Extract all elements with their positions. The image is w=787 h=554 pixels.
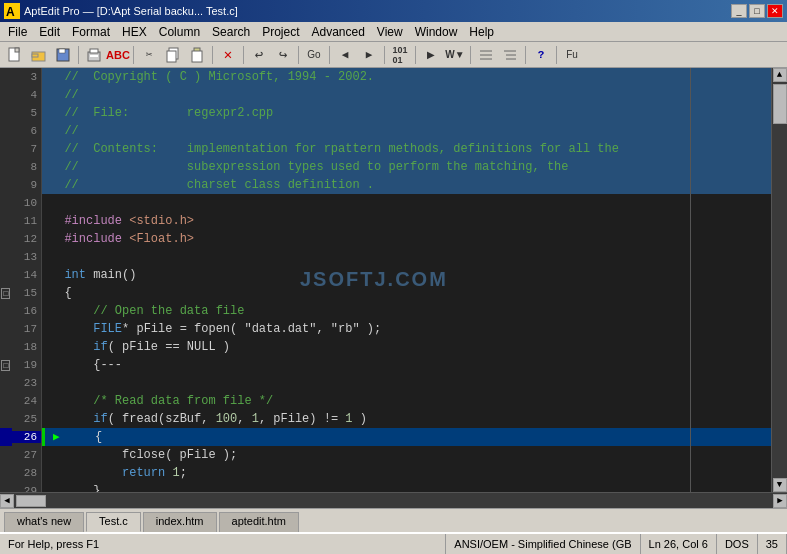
gutter-row: 3 — [0, 68, 41, 86]
line-number: 13 — [12, 251, 41, 263]
code-line: // subexpression types used to perform t… — [42, 158, 771, 176]
fold-icon — [0, 194, 12, 212]
line-number: 9 — [12, 179, 41, 191]
tab-aptedit-htm[interactable]: aptedit.htm — [219, 512, 299, 532]
line-number: 5 — [12, 107, 41, 119]
code-line: // charset class definition . — [42, 176, 771, 194]
delete-button[interactable]: ✕ — [217, 44, 239, 66]
menu-help[interactable]: Help — [463, 23, 500, 41]
fold-icon — [0, 212, 12, 230]
print-button[interactable] — [83, 44, 105, 66]
tab-whats-new[interactable]: what's new — [4, 512, 84, 532]
line-number: 10 — [12, 197, 41, 209]
undo-button[interactable]: ↩ — [248, 44, 270, 66]
menu-edit[interactable]: Edit — [33, 23, 66, 41]
menu-advanced[interactable]: Advanced — [305, 23, 370, 41]
scroll-down-button[interactable]: ▼ — [773, 478, 787, 492]
code-line: /* Read data from file */ — [42, 392, 771, 410]
scroll-up-button[interactable]: ▲ — [773, 68, 787, 82]
line-number: 7 — [12, 143, 41, 155]
sep2 — [133, 46, 134, 64]
word-btn[interactable]: W▼ — [444, 44, 466, 66]
menu-column[interactable]: Column — [153, 23, 206, 41]
fold-icon[interactable]: □ — [0, 356, 12, 374]
goto-button[interactable]: Go — [303, 44, 325, 66]
horizontal-scrollbar[interactable]: ◀ ▶ — [0, 492, 787, 508]
status-help: For Help, press F1 — [0, 534, 446, 554]
new-button[interactable] — [4, 44, 26, 66]
gutter-row: 5 — [0, 104, 41, 122]
svg-rect-10 — [90, 55, 98, 57]
menu-hex[interactable]: HEX — [116, 23, 153, 41]
code-line: } — [42, 482, 771, 492]
code-line: #include <stdio.h> — [42, 212, 771, 230]
outdent-btn[interactable] — [499, 44, 521, 66]
menu-view[interactable]: View — [371, 23, 409, 41]
minimize-button[interactable]: _ — [731, 4, 747, 18]
vertical-line — [690, 68, 691, 492]
menu-file[interactable]: File — [2, 23, 33, 41]
indent-btn[interactable] — [475, 44, 497, 66]
sep5 — [298, 46, 299, 64]
cut-button[interactable]: ✂ — [138, 44, 160, 66]
scroll-left-button[interactable]: ◀ — [0, 494, 14, 508]
redo-button[interactable]: ↪ — [272, 44, 294, 66]
save-button[interactable] — [52, 44, 74, 66]
menu-project[interactable]: Project — [256, 23, 305, 41]
line-number: 27 — [12, 449, 41, 461]
gutter-row: 17 — [0, 320, 41, 338]
code-line: #include <Float.h> — [42, 230, 771, 248]
fold-icon[interactable]: □ — [0, 284, 12, 302]
line-number: 16 — [12, 305, 41, 317]
prev-button[interactable]: ◀ — [334, 44, 356, 66]
gutter-row: 13 — [0, 248, 41, 266]
app-icon: A — [4, 3, 20, 19]
bin-button[interactable]: 10101 — [389, 44, 411, 66]
fold-icon — [0, 374, 12, 392]
fold-icon — [0, 410, 12, 428]
fold-icon — [0, 302, 12, 320]
maximize-button[interactable]: □ — [749, 4, 765, 18]
line-number: 12 — [12, 233, 41, 245]
vertical-scrollbar[interactable]: ▲ ▼ — [771, 68, 787, 492]
fold-icon — [0, 248, 12, 266]
tab-test-c[interactable]: Test.c — [86, 512, 141, 532]
hscroll-thumb[interactable] — [16, 495, 46, 507]
code-line: if( fread(szBuf, 100, 1, pFile) != 1 ) — [42, 410, 771, 428]
paste-button[interactable] — [186, 44, 208, 66]
menu-window[interactable]: Window — [409, 23, 464, 41]
tab-index-htm[interactable]: index.htm — [143, 512, 217, 532]
fold-icon — [0, 140, 12, 158]
fold-icon — [0, 176, 12, 194]
scroll-right-button[interactable]: ▶ — [773, 494, 787, 508]
fold-icon — [0, 320, 12, 338]
fold-icon — [0, 158, 12, 176]
line-number: 11 — [12, 215, 41, 227]
run-button[interactable]: ▶ — [420, 44, 442, 66]
code-line: // Copyright ( C ) Microsoft, 1994 - 200… — [42, 68, 771, 86]
close-button[interactable]: ✕ — [767, 4, 783, 18]
sep11 — [556, 46, 557, 64]
svg-rect-9 — [90, 49, 98, 53]
fold-icon — [0, 86, 12, 104]
code-editor[interactable]: // Copyright ( C ) Microsoft, 1994 - 200… — [42, 68, 771, 492]
code-line: // Contents: implementation for rpattern… — [42, 140, 771, 158]
code-line — [42, 194, 771, 212]
menu-search[interactable]: Search — [206, 23, 256, 41]
fold-icon — [0, 338, 12, 356]
spell-button[interactable]: ABC — [107, 44, 129, 66]
fold-icon — [0, 428, 12, 446]
svg-rect-3 — [15, 48, 19, 52]
open-button[interactable] — [28, 44, 50, 66]
copy-button[interactable] — [162, 44, 184, 66]
line-number: 19 — [12, 359, 41, 371]
fold-icon — [0, 464, 12, 482]
line-number: 28 — [12, 467, 41, 479]
help2-btn[interactable]: ? — [530, 44, 552, 66]
line-number: 8 — [12, 161, 41, 173]
next-button[interactable]: ▶ — [358, 44, 380, 66]
scroll-thumb[interactable] — [773, 84, 787, 124]
fu-btn[interactable]: Fu — [561, 44, 583, 66]
line-number: 17 — [12, 323, 41, 335]
menu-format[interactable]: Format — [66, 23, 116, 41]
